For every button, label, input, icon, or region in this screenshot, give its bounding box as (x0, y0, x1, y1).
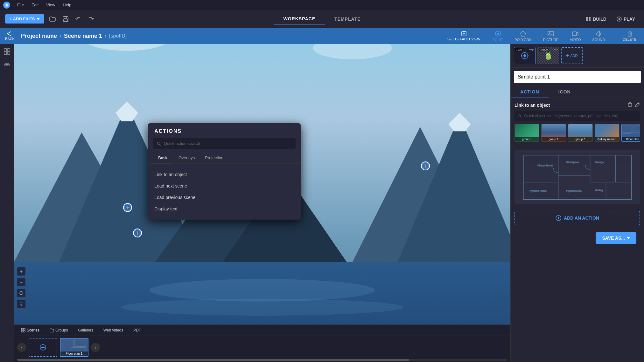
thumb-point[interactable]: 111ft 64pt (514, 47, 536, 64)
zoom-in-button[interactable]: + (17, 267, 25, 276)
scene-scrollbar[interactable] (17, 359, 507, 361)
build-button[interactable]: BUILD (582, 15, 610, 24)
link-section: Link to an object group 1 (511, 98, 644, 147)
picture-tool[interactable]: PICTURE (541, 29, 561, 43)
svg-rect-5 (586, 17, 588, 19)
sound-tool[interactable]: SOUND (590, 29, 607, 43)
open-folder-button[interactable] (47, 15, 58, 24)
link-delete-icon[interactable] (627, 102, 633, 108)
scene-tab-scenes[interactable]: Scenes (17, 327, 43, 334)
add-scene-thumbnail[interactable] (29, 338, 57, 357)
svg-rect-28 (7, 52, 10, 54)
set-default-view-button[interactable]: SET DEFAULT VIEW (447, 31, 480, 41)
save-button[interactable] (61, 14, 70, 24)
add-files-button[interactable]: + ADD FILES (5, 14, 44, 24)
menu-help[interactable]: Help (60, 1, 74, 9)
back-label: BACK (5, 37, 15, 41)
hotspot-1[interactable] (421, 161, 430, 170)
workspace-tab[interactable]: WORKSPACE (274, 14, 325, 24)
action-link-to-object[interactable]: Link to an object (148, 169, 301, 180)
back-button[interactable]: BACK (5, 31, 15, 41)
actions-search-input[interactable] (161, 138, 292, 149)
add-thumb-button[interactable]: + ADD (561, 47, 583, 64)
svg-text:Storage: Storage (595, 161, 604, 164)
svg-point-67 (523, 54, 526, 57)
obj-thumb-floorplan1[interactable]: Floor plan 1 (621, 124, 640, 142)
svg-marker-38 (448, 113, 471, 132)
action-load-next-scene[interactable]: Load next scene (148, 180, 301, 192)
menu-file[interactable]: File (14, 1, 27, 9)
svg-marker-18 (521, 31, 526, 36)
svg-point-13 (497, 33, 499, 35)
point-name-input[interactable] (514, 71, 641, 83)
sidebar-scenes-icon[interactable] (2, 46, 12, 57)
panel-tab-action[interactable]: ACTION (511, 86, 549, 98)
save-dropdown-icon (627, 237, 630, 239)
left-sidebar (0, 44, 14, 362)
obj-thumb-group1[interactable]: group 1 (514, 124, 539, 142)
zoom-out-button[interactable]: − (17, 278, 25, 286)
project-name: Project name (21, 33, 57, 39)
svg-rect-19 (548, 31, 554, 36)
action-load-previous-scene[interactable]: Load previous scene (148, 192, 301, 203)
svg-rect-63 (75, 340, 86, 346)
link-search-input[interactable] (522, 111, 637, 121)
action-tab-basic[interactable]: Basic (153, 153, 173, 163)
toolbar-right: BUILD PLAY (582, 15, 639, 24)
scene-tab-galleries[interactable]: Galleries (74, 327, 97, 334)
play-button[interactable]: PLAY (613, 15, 639, 24)
save-as-button[interactable]: SAVE AS... (596, 232, 636, 244)
save-as-label: SAVE AS... (602, 236, 625, 241)
point-tool[interactable]: POINT (490, 29, 506, 43)
svg-rect-81 (538, 47, 559, 64)
scene-tab-bar: Scenes Groups Galleries Web videos PDF (14, 325, 510, 336)
filter-button[interactable] (17, 300, 25, 308)
scene-tab-groups[interactable]: Groups (46, 327, 72, 334)
floorplan-thumbnail[interactable]: Floor plan 1 (60, 338, 88, 357)
svg-marker-37 (397, 116, 510, 262)
action-tab-overlays[interactable]: Overlays (173, 153, 200, 163)
hotspot-crosshair-3 (134, 229, 141, 237)
template-tab[interactable]: TEMPLATE (325, 14, 370, 24)
svg-rect-7 (586, 19, 588, 21)
sidebar-layers-icon[interactable] (2, 59, 12, 69)
scene-tab-groups-label: Groups (55, 328, 68, 332)
menu-edit[interactable]: Edit (28, 1, 42, 9)
scene-tab-pdf[interactable]: PDF (130, 327, 145, 334)
save-area: SAVE AS... (511, 229, 644, 249)
link-edit-icon[interactable] (635, 102, 640, 108)
obj-thumb-gallery1[interactable]: Gallery name 1 (595, 124, 620, 142)
link-search-container (514, 111, 640, 121)
action-display-text[interactable]: Display text (148, 203, 301, 215)
svg-point-48 (158, 142, 160, 145)
toolbar-center: WORKSPACE TEMPLATE (274, 14, 370, 24)
hotspot-crosshair-1 (422, 162, 429, 170)
add-action-button[interactable]: ADD AN ACTION (514, 211, 640, 225)
svg-line-49 (160, 144, 161, 145)
obj-thumb-group3[interactable]: group 3 (568, 124, 593, 142)
scene-tab-webvideos[interactable]: Web videos (100, 327, 127, 334)
hotspot-3[interactable] (133, 229, 142, 237)
scene-tab-galleries-label: Galleries (78, 328, 93, 332)
svg-rect-26 (7, 49, 10, 51)
redo-button[interactable] (86, 14, 96, 24)
hotspot-crosshair-2 (124, 204, 131, 211)
thumb-android[interactable]: Rect00 64pt (537, 47, 559, 64)
next-scene-button[interactable]: › (91, 343, 100, 352)
obj-thumb-group2[interactable]: group 2 (541, 124, 566, 142)
panel-tab-icon[interactable]: ICON (549, 86, 580, 98)
hotspot-2[interactable] (123, 203, 132, 212)
polygon-tool[interactable]: POLYGON (512, 29, 534, 43)
set-default-label: SET DEFAULT VIEW (447, 37, 480, 41)
svg-marker-10 (619, 18, 621, 20)
thumb-size-1: 64pt (529, 48, 534, 51)
menu-view[interactable]: View (43, 1, 58, 9)
actions-title: ACTIONS (148, 123, 301, 138)
video-tool[interactable]: VIDEO (567, 29, 583, 43)
svg-rect-8 (589, 19, 591, 21)
delete-tool[interactable]: DELETE (620, 29, 639, 43)
undo-button[interactable] (74, 14, 83, 24)
prev-scene-button[interactable]: ‹ (17, 343, 26, 352)
action-tab-projection[interactable]: Projection (200, 153, 228, 163)
zoom-fit-button[interactable] (17, 289, 25, 297)
